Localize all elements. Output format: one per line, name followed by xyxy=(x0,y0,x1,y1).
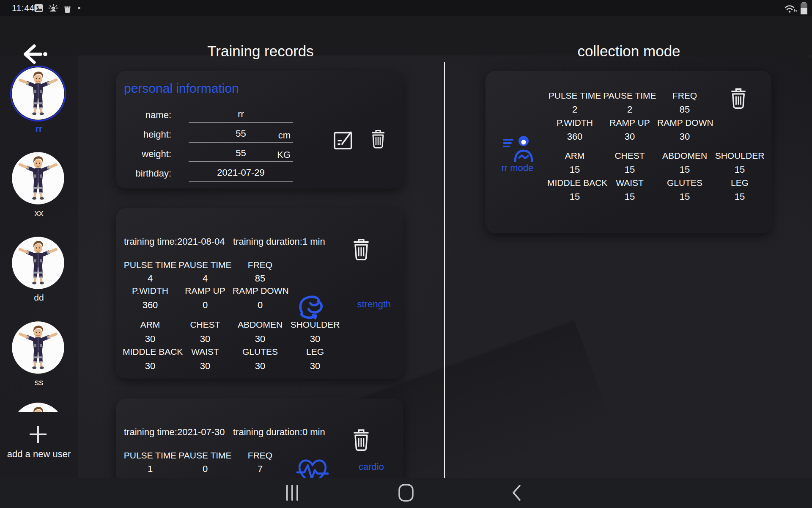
add-user-button[interactable] xyxy=(0,421,78,468)
personal-info-card: personal information name: rr height: 55… xyxy=(116,71,403,188)
name-label: name: xyxy=(116,110,171,121)
android-nav-bar xyxy=(0,478,812,508)
param-value: 7 xyxy=(233,464,288,475)
body-value: 15 xyxy=(712,191,767,202)
weather-notification-icon xyxy=(48,3,59,13)
recents-icon[interactable] xyxy=(286,485,299,501)
training-time: training time:2021-08-04 xyxy=(124,236,225,247)
birthday-input[interactable]: 2021-07-29 xyxy=(189,167,293,182)
param-label: RAMP DOWN xyxy=(233,286,288,296)
mode-label-cardio: cardio xyxy=(342,461,401,472)
user-avatar-dd[interactable] xyxy=(11,236,65,290)
birthday-value: 2021-07-29 xyxy=(217,167,265,178)
param-label: RAMP UP xyxy=(178,286,233,296)
weight-value: 55 xyxy=(236,148,246,158)
user-avatar-rr[interactable] xyxy=(11,67,65,120)
body-label: MIDDLE BACK xyxy=(123,347,178,357)
body-label: ARM xyxy=(547,151,602,161)
body-label: CHEST xyxy=(178,320,233,330)
height-label: height: xyxy=(116,129,171,140)
nav-back-icon[interactable] xyxy=(511,484,522,501)
mode-label-strength: strength xyxy=(343,299,405,310)
param-label: PAUSE TIME xyxy=(602,91,657,101)
avatar xyxy=(11,152,65,205)
delete-user-icon[interactable] xyxy=(370,128,386,150)
user-name-xx: xx xyxy=(0,208,78,218)
param-label: PULSE TIME xyxy=(123,260,178,270)
body-value: 15 xyxy=(602,191,657,202)
back-arrow-icon[interactable] xyxy=(18,42,48,66)
collection-mode-name: rr mode xyxy=(487,163,548,174)
param-label: PAUSE TIME xyxy=(178,260,233,270)
body-label: SHOULDER xyxy=(288,320,343,330)
body-label: ABDOMEN xyxy=(233,320,288,330)
param-value: 360 xyxy=(123,300,178,311)
name-value: rr xyxy=(238,109,244,119)
training-duration: training duration:0 min xyxy=(233,427,325,438)
height-input[interactable]: 55cm xyxy=(189,128,293,143)
user-avatar-ss[interactable] xyxy=(11,321,65,374)
param-label: RAMP DOWN xyxy=(657,118,712,128)
height-unit: cm xyxy=(278,130,291,141)
body-value: 15 xyxy=(657,191,712,202)
avatar xyxy=(11,236,65,290)
delete-record-icon[interactable] xyxy=(352,428,370,452)
param-value: 0 xyxy=(178,464,233,475)
weight-unit: KG xyxy=(277,149,291,160)
param-label: PULSE TIME xyxy=(123,450,178,461)
body-label: GLUTES xyxy=(657,178,712,188)
weight-input[interactable]: 55KG xyxy=(189,148,293,162)
height-value: 55 xyxy=(236,128,246,139)
param-value: 0 xyxy=(178,300,233,311)
weight-label: weight: xyxy=(116,149,171,160)
body-label: LEG xyxy=(712,178,767,188)
param-value: 0 xyxy=(233,300,288,311)
user-name-rr: rr xyxy=(0,124,78,134)
add-user-label: add a new user xyxy=(0,449,78,460)
param-label: FREQ xyxy=(233,260,288,270)
collection-mode-card: rr mode PULSE TIME PAUSE TIME FREQ 2 2 8… xyxy=(486,71,771,233)
body-value: 30 xyxy=(178,361,233,372)
collection-mode-icon xyxy=(502,134,535,163)
training-time: training time:2021-07-30 xyxy=(124,427,225,438)
param-value: 85 xyxy=(657,104,712,115)
param-value: 360 xyxy=(547,131,602,142)
param-label: RAMP UP xyxy=(602,118,657,128)
status-bar: 11:44 xyxy=(0,0,812,16)
param-label: FREQ xyxy=(233,450,288,461)
home-icon[interactable] xyxy=(398,484,414,502)
personal-info-title: personal information xyxy=(124,81,239,96)
body-label: CHEST xyxy=(602,151,657,161)
edit-icon[interactable] xyxy=(333,129,354,150)
body-value: 30 xyxy=(178,334,233,345)
plus-icon xyxy=(29,425,47,444)
name-input[interactable]: rr xyxy=(189,109,293,123)
body-label: GLUTES xyxy=(233,347,288,357)
training-record-card: training time:2021-08-04 training durati… xyxy=(116,208,403,378)
body-label: ARM xyxy=(123,320,178,330)
body-label: MIDDLE BACK xyxy=(547,178,602,188)
body-value: 30 xyxy=(233,334,288,345)
body-value: 15 xyxy=(547,164,602,175)
dot-notification-icon xyxy=(78,7,80,9)
body-label: LEG xyxy=(288,347,343,357)
delete-record-icon[interactable] xyxy=(352,238,370,262)
training-duration: training duration:1 min xyxy=(233,236,325,247)
body-value: 30 xyxy=(123,361,178,372)
body-value: 15 xyxy=(602,164,657,175)
param-value: 85 xyxy=(233,273,288,284)
param-label: FREQ xyxy=(657,91,712,101)
user-avatar-partial xyxy=(11,402,65,412)
param-value: 1 xyxy=(123,464,178,475)
param-label: P.WIDTH xyxy=(547,118,602,128)
body-value: 15 xyxy=(657,164,712,175)
param-value: 4 xyxy=(178,273,233,284)
avatar xyxy=(11,321,65,374)
body-label: WAIST xyxy=(178,347,233,357)
user-name-ss: ss xyxy=(0,377,78,387)
user-avatar-xx[interactable] xyxy=(11,152,65,205)
param-value: 2 xyxy=(547,104,602,115)
gallery-notification-icon xyxy=(34,3,44,13)
param-label: PAUSE TIME xyxy=(178,450,233,461)
wifi-icon xyxy=(784,3,798,14)
